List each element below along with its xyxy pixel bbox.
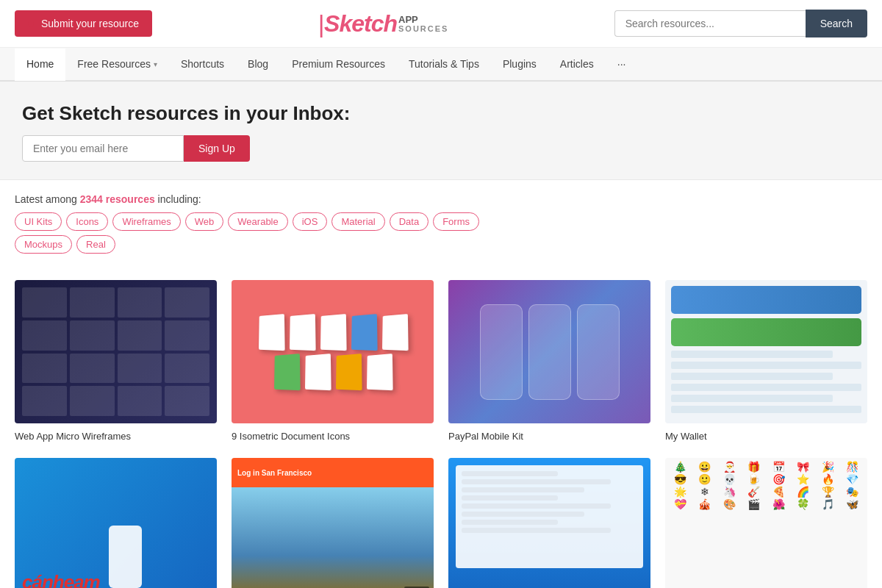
logo-app-text: APP — [398, 15, 448, 24]
nav-item-label: Premium Resources — [292, 58, 385, 70]
content-grid: Web App Micro Wireframes9 Isometric Docu… — [0, 265, 882, 588]
chevron-down-icon: ▾ — [154, 60, 157, 68]
item-title: Web App Micro Wireframes — [15, 429, 217, 443]
tag-wearable[interactable]: Wearable — [228, 212, 287, 231]
email-input[interactable] — [22, 135, 184, 162]
tag-real[interactable]: Real — [76, 235, 115, 254]
grid-item-item4[interactable]: My Wallet — [658, 273, 875, 451]
header: Submit your resource | Sketch APP SOURCE… — [0, 0, 882, 48]
grid-item-item5[interactable]: cánheam — [7, 451, 224, 588]
tags-section: Latest among 2344 resources including: U… — [0, 180, 882, 265]
nav-item-label: Tutorials & Tips — [409, 58, 479, 70]
logo[interactable]: | Sketch APP SOURCES — [318, 10, 448, 38]
tags-row-1: UI KitsIconsWireframesWebWearableiOSMate… — [15, 212, 867, 231]
tag-icons[interactable]: Icons — [66, 212, 108, 231]
promo-form: Sign Up — [22, 135, 860, 162]
logo-sketch-text: Sketch — [324, 10, 397, 37]
search-form: Search — [614, 10, 867, 37]
promo-banner: Get Sketch resources in your Inbox: Sign… — [0, 82, 882, 180]
nav-item-blog[interactable]: Blog — [236, 49, 280, 81]
tag-wireframes[interactable]: Wireframes — [112, 212, 180, 231]
logo-text-group: APP SOURCES — [398, 15, 448, 33]
nav-item-label: Articles — [560, 58, 594, 70]
tag-forms[interactable]: Forms — [433, 212, 479, 231]
thumbnail-wallet — [665, 280, 867, 423]
nav-item-premium[interactable]: Premium Resources — [280, 49, 397, 81]
item-title: PayPal Mobile Kit — [448, 429, 650, 443]
nav-item-free[interactable]: Free Resources▾ — [65, 49, 169, 81]
item-title: My Wallet — [665, 429, 867, 443]
signup-button[interactable]: Sign Up — [184, 135, 250, 162]
grid-item-item6[interactable]: Log in San FranciscoTokyo — [224, 451, 441, 588]
nav-item-label: Blog — [248, 58, 268, 70]
promo-title: Get Sketch resources in your Inbox: — [22, 102, 860, 125]
nav-item-plugins[interactable]: Plugins — [491, 49, 548, 81]
tag-mockups[interactable]: Mockups — [15, 235, 72, 254]
tags-intro: Latest among 2344 resources including: — [15, 193, 867, 205]
thumbnail-icons — [232, 280, 434, 423]
tags-row-2: MockupsReal — [15, 235, 867, 254]
thumbnail-canheam: cánheam — [15, 458, 217, 588]
grid-item-item2[interactable]: 9 Isometric Document Icons — [224, 273, 441, 451]
tag-material[interactable]: Material — [331, 212, 384, 231]
nav-item-shortcuts[interactable]: Shortcuts — [169, 49, 236, 81]
tag-ui-kits[interactable]: UI Kits — [15, 212, 62, 231]
grid-item-item7[interactable] — [441, 451, 658, 588]
nav-item-label: Shortcuts — [181, 58, 224, 70]
nav-item-home[interactable]: Home — [15, 49, 65, 81]
logo-bracket: | — [318, 10, 324, 38]
red-dot-icon — [28, 21, 34, 26]
grid-item-item1[interactable]: Web App Micro Wireframes — [7, 273, 224, 451]
item-title: 9 Isometric Document Icons — [232, 429, 434, 443]
logo-sources-text: SOURCES — [398, 24, 448, 33]
search-input[interactable] — [614, 10, 806, 37]
nav-item-tutorials[interactable]: Tutorials & Tips — [397, 49, 491, 81]
thumbnail-emoji: 🎄😀🎅🎁📅🎀🎉🎊😎🙂💀🍺🎯⭐🔥💎🌟❄🦄🎸🍕🌈🏆🎭💝🎪🎨🎬🌺🍀🎵🦋 — [665, 458, 867, 588]
tag-ios[interactable]: iOS — [293, 212, 328, 231]
nav-item-articles[interactable]: Articles — [548, 49, 606, 81]
thumbnail-fruum — [448, 458, 650, 588]
main-nav: HomeFree Resources▾ShortcutsBlogPremium … — [0, 48, 882, 82]
tag-web[interactable]: Web — [185, 212, 224, 231]
grid-item-item8[interactable]: 🎄😀🎅🎁📅🎀🎉🎊😎🙂💀🍺🎯⭐🔥💎🌟❄🦄🎸🍕🌈🏆🎭💝🎪🎨🎬🌺🍀🎵🦋 — [658, 451, 875, 588]
search-button[interactable]: Search — [806, 10, 867, 37]
nav-item-more[interactable]: ··· — [606, 49, 638, 81]
submit-resource-button[interactable]: Submit your resource — [15, 10, 152, 37]
nav-item-label: ··· — [617, 58, 626, 70]
nav-item-label: Free Resources — [77, 58, 151, 70]
tag-data[interactable]: Data — [390, 212, 429, 231]
nav-item-label: Home — [26, 58, 54, 70]
thumbnail-wireframes — [15, 280, 217, 423]
nav-item-label: Plugins — [503, 58, 537, 70]
thumbnail-paypal — [448, 280, 650, 423]
grid-item-item3[interactable]: PayPal Mobile Kit — [441, 273, 658, 451]
thumbnail-travel: Log in San FranciscoTokyo — [232, 458, 434, 588]
